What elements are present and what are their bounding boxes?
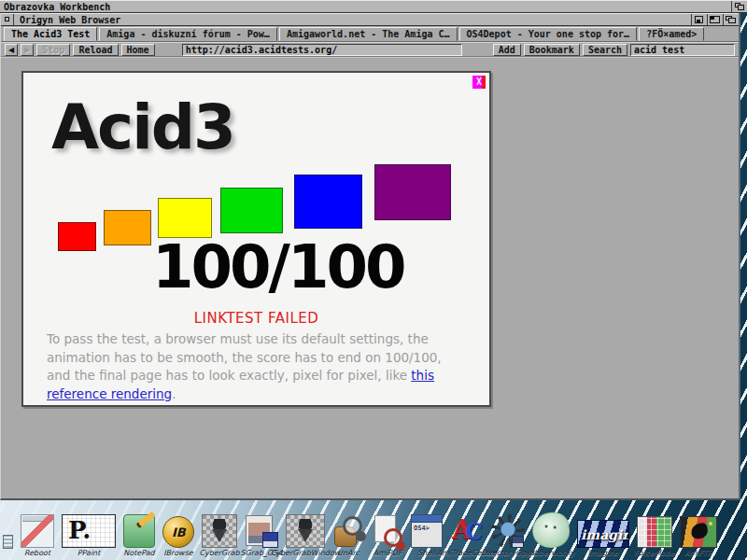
acid3-heading: Acid3 bbox=[51, 97, 489, 159]
url-input[interactable] bbox=[182, 44, 462, 56]
dock-item-imagine[interactable]: Imagine bbox=[577, 515, 629, 548]
window-depth-gadget[interactable] bbox=[723, 14, 739, 25]
tab-amiga-forum[interactable]: Amiga - diskuzní fórum - Pow… bbox=[99, 27, 277, 41]
window-titlebar[interactable]: Origyn Web Browser bbox=[1, 13, 739, 26]
dock-item-atc[interactable]: AmiTradeCenter bbox=[450, 514, 484, 548]
depth-icon-front bbox=[738, 5, 744, 10]
window-title: Origyn Web Browser bbox=[14, 15, 691, 25]
zoom-icon-small bbox=[710, 16, 714, 20]
screen-title: Obrazovka Workbench bbox=[0, 2, 731, 12]
amiftp-icon[interactable] bbox=[680, 516, 717, 548]
acid3-square-5 bbox=[294, 175, 362, 229]
acid3-score: 100/100 bbox=[152, 237, 404, 297]
dock-item-amipdf[interactable]: AmiPDF bbox=[372, 514, 403, 548]
sgrab-icon[interactable] bbox=[245, 514, 278, 548]
dock-item-dopus[interactable]: DirectoryOpus bbox=[491, 514, 525, 548]
toolbar: ◀ ▶ Stop Reload Home Add Bookmark Search bbox=[1, 42, 739, 57]
dopus-icon[interactable] bbox=[491, 514, 525, 548]
dock-item-unarc[interactable]: UnArc bbox=[332, 514, 364, 548]
screen-titlebar: Obrazovka Workbench bbox=[0, 0, 747, 13]
dock-item-label: Reboot bbox=[24, 549, 50, 557]
window-iconify-gadget[interactable] bbox=[691, 14, 707, 25]
dock-item-shell[interactable]: Shell bbox=[411, 514, 443, 548]
dock-items: RebootPPaintNotePadIBrowseCyberGrabSGrab… bbox=[21, 512, 717, 548]
acid3-square-4 bbox=[220, 188, 283, 233]
window-close-gadget[interactable] bbox=[1, 14, 14, 25]
add-button[interactable]: Add bbox=[493, 44, 521, 56]
dock-item-label: CyberGrabWindow bbox=[271, 549, 341, 557]
description-text-1: To pass the test, a browser must use its… bbox=[47, 331, 442, 383]
dock-item-label: IBrowse bbox=[163, 549, 193, 557]
linktest-status: LINKTEST FAILED bbox=[23, 310, 489, 327]
window-zoom-gadget[interactable] bbox=[707, 14, 723, 25]
browser-window: Origyn Web Browser The Acid3 TestAmiga -… bbox=[0, 13, 740, 500]
home-button[interactable]: Home bbox=[121, 44, 155, 56]
forward-icon: ▶ bbox=[24, 46, 30, 54]
dock-item-label: UnArc bbox=[337, 549, 359, 557]
cybergrab-icon[interactable] bbox=[202, 514, 237, 548]
acid3-description: To pass the test, a browser must use its… bbox=[47, 330, 469, 403]
acid3-square-1 bbox=[58, 222, 96, 251]
description-text-2: . bbox=[172, 386, 176, 401]
ibrowse-icon[interactable] bbox=[162, 516, 194, 548]
back-button[interactable]: ◀ bbox=[5, 44, 18, 56]
cybergrabwindow-icon[interactable] bbox=[286, 514, 325, 548]
amipdf-icon[interactable] bbox=[372, 514, 403, 548]
dock-item-ppaint[interactable]: PPaint bbox=[62, 514, 116, 548]
imagine-icon[interactable] bbox=[577, 520, 629, 548]
search-button[interactable]: Search bbox=[583, 44, 627, 56]
dock-item-label: PPaint bbox=[78, 549, 101, 557]
notepad-icon[interactable] bbox=[123, 514, 155, 548]
workbench-backdrop: Obrazovka Workbench Origyn Web Browser bbox=[0, 0, 747, 560]
amidock: RebootPPaintNotePadIBrowseCyberGrabSGrab… bbox=[0, 504, 747, 560]
acid3-square-6 bbox=[374, 164, 451, 220]
dock-item-label: AmiPDF bbox=[373, 549, 402, 557]
dock-item-label: NotePad bbox=[123, 549, 154, 557]
forward-button[interactable]: ▶ bbox=[21, 44, 34, 56]
dock-item-label: Shell bbox=[417, 549, 436, 557]
acid3-square-2 bbox=[104, 210, 151, 245]
search-input[interactable] bbox=[630, 44, 735, 56]
jabberwocky-icon[interactable] bbox=[530, 511, 571, 550]
dock-item-label: AmiFTP bbox=[684, 549, 712, 557]
stop-button[interactable]: Stop bbox=[36, 44, 70, 56]
unarc-icon[interactable] bbox=[332, 514, 364, 548]
screen-depth-gadget[interactable] bbox=[731, 1, 747, 12]
tab-acid3[interactable]: The Acid3 Test bbox=[4, 27, 97, 41]
reload-button[interactable]: Reload bbox=[73, 44, 118, 56]
dock-item-reboot[interactable]: Reboot bbox=[21, 514, 54, 548]
dock-handle-icon[interactable] bbox=[3, 535, 13, 549]
tab-os4depot[interactable]: OS4Depot - Your one stop for… bbox=[459, 27, 638, 41]
ppaint-icon[interactable] bbox=[62, 514, 116, 548]
dock-item-label: Jabberwocky bbox=[528, 549, 575, 557]
dock-item-cybergrabwindow[interactable]: CyberGrabWindow bbox=[286, 514, 325, 548]
shell-icon[interactable] bbox=[411, 514, 443, 548]
dock-item-label: ForceMode bbox=[634, 549, 674, 557]
tab-amigaworld[interactable]: Amigaworld.net - The Amiga C… bbox=[279, 27, 458, 41]
depth-icon-front bbox=[728, 18, 736, 23]
dock-item-notepad[interactable]: NotePad bbox=[123, 514, 155, 548]
dock-item-label: Imagine bbox=[588, 549, 618, 557]
dock-item-jabberwocky[interactable]: Jabberwocky bbox=[532, 512, 570, 548]
tab-unnamed[interactable]: ?FÖ×amed> bbox=[639, 27, 704, 41]
acid3-page: X Acid3 100/100 LINKTEST FAILED To pass … bbox=[21, 71, 491, 407]
close-icon bbox=[5, 17, 9, 21]
dock-item-amiftp[interactable]: AmiFTP bbox=[680, 516, 717, 548]
dock-item-label: CyberGrab bbox=[199, 549, 239, 557]
forcemode-icon[interactable] bbox=[637, 516, 672, 548]
tab-bar: The Acid3 TestAmiga - diskuzní fórum - P… bbox=[1, 26, 739, 42]
back-icon: ◀ bbox=[8, 46, 14, 54]
dock-item-sgrab[interactable]: SGrab_OS4 bbox=[245, 514, 278, 548]
reboot-icon[interactable] bbox=[21, 514, 54, 548]
atc-icon[interactable] bbox=[450, 514, 484, 548]
iconify-icon-dot bbox=[697, 20, 700, 23]
bookmark-button[interactable]: Bookmark bbox=[524, 44, 580, 56]
page-close-button[interactable]: X bbox=[472, 76, 486, 89]
dock-item-forcemode[interactable]: ForceMode bbox=[637, 516, 672, 548]
dock-item-cybergrab[interactable]: CyberGrab bbox=[202, 514, 237, 548]
dock-item-ibrowse[interactable]: IBrowse bbox=[162, 516, 194, 548]
browser-viewport: X Acid3 100/100 LINKTEST FAILED To pass … bbox=[1, 57, 739, 498]
